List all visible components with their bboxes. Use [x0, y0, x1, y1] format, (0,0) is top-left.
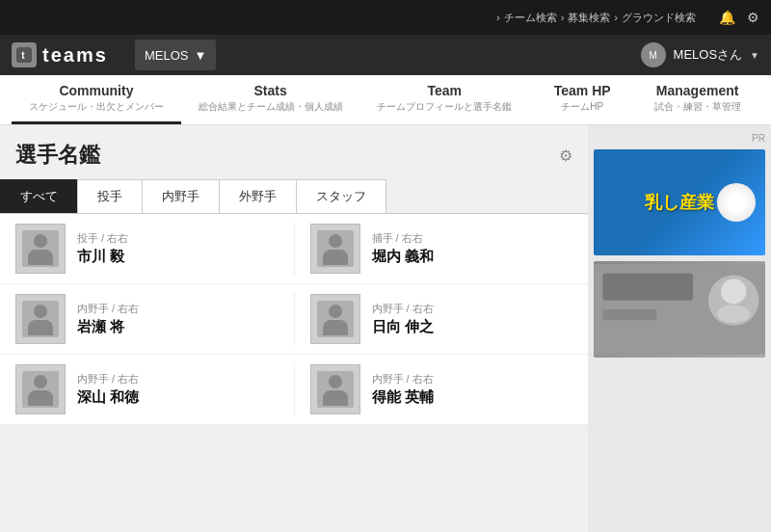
player-info: 投手 / 右右 市川 毅 [77, 231, 128, 266]
player-position: 内野手 / 右右 [372, 302, 434, 316]
player-avatar [15, 364, 66, 414]
player-item-hyuga[interactable]: 内野手 / 右右 日向 伸之 [295, 284, 589, 354]
page-title: 選手名鑑 [15, 141, 100, 170]
filter-pitcher[interactable]: 投手 [77, 179, 143, 213]
player-position: 内野手 / 右右 [77, 372, 139, 386]
tab-community-sub: スケジュール・出欠とメンバー [29, 100, 164, 114]
tab-team-hp-label: Team HP [554, 83, 611, 98]
team-search-link[interactable]: › [496, 12, 500, 23]
tab-management[interactable]: Management 試合・練習・草管理 [635, 75, 759, 124]
team-search-label[interactable]: チーム検索 [504, 11, 557, 25]
svg-text:t: t [21, 50, 26, 61]
player-item-horiuchi[interactable]: 捕手 / 右右 堀内 義和 [295, 214, 589, 283]
ad-block-2[interactable] [594, 261, 765, 358]
player-item-fukayama[interactable]: 内野手 / 右右 深山 和徳 [0, 355, 294, 424]
player-info: 内野手 / 右右 岩瀬 将 [77, 302, 139, 336]
ad-block-1[interactable]: 乳し産業 [594, 149, 765, 255]
tab-management-sub: 試合・練習・草管理 [654, 100, 741, 114]
tab-team-hp-sub: チームHP [561, 100, 603, 114]
nav-tabs: Community スケジュール・出欠とメンバー Stats 総合結果とチーム成… [0, 75, 771, 125]
header-right: M MELOSさん ▼ [641, 42, 771, 67]
user-avatar: M [641, 42, 666, 67]
top-bar: › チーム検索 › 募集検索 › グラウンド検索 🔔 ⚙ [0, 0, 771, 35]
player-row: 内野手 / 右右 深山 和徳 内野手 / 右右 得能 英輔 [0, 355, 588, 425]
recruit-search-sep: › [561, 12, 565, 23]
player-row: 投手 / 右右 市川 毅 捕手 / 右右 堀内 義和 [0, 214, 588, 284]
header: t teams MELOS ▼ M MELOSさん ▼ [0, 35, 771, 75]
team-selector-arrow: ▼ [195, 48, 207, 63]
pr-label: PR [594, 133, 765, 144]
team-selector[interactable]: MELOS ▼ [135, 40, 216, 70]
tab-community[interactable]: Community スケジュール・出欠とメンバー [12, 75, 181, 124]
user-dropdown-arrow[interactable]: ▼ [750, 50, 759, 61]
tab-team-sub: チームプロフィールと選手名鑑 [377, 100, 512, 114]
player-list: 投手 / 右右 市川 毅 捕手 / 右右 堀内 義和 [0, 214, 588, 425]
tab-stats[interactable]: Stats 総合結果とチーム成績・個人成績 [181, 75, 359, 124]
tab-community-label: Community [59, 83, 133, 98]
tab-team-label: Team [427, 83, 462, 98]
bell-icon[interactable]: 🔔 [719, 10, 735, 25]
player-row: 内野手 / 右右 岩瀬 将 内野手 / 右右 日向 伸之 [0, 284, 588, 355]
player-info: 内野手 / 右右 得能 英輔 [372, 372, 434, 407]
player-name: 岩瀬 将 [77, 318, 139, 336]
app-name: teams [42, 44, 108, 66]
filter-outfield[interactable]: 外野手 [219, 179, 297, 213]
app-logo: t teams [12, 42, 127, 67]
ad-circle [717, 183, 756, 222]
page-title-area: 選手名鑑 ⚙ [0, 141, 588, 179]
player-position: 捕手 / 右右 [372, 231, 434, 246]
svg-point-7 [717, 305, 750, 323]
svg-rect-3 [602, 274, 693, 301]
ad-text-1: 乳し産業 [645, 191, 714, 214]
player-name: 深山 和徳 [77, 388, 139, 407]
player-avatar [310, 364, 360, 414]
top-bar-icons: 🔔 ⚙ [719, 10, 759, 25]
player-avatar [310, 294, 360, 344]
svg-rect-4 [602, 309, 656, 320]
team-selector-label: MELOS [145, 48, 189, 63]
settings-icon[interactable]: ⚙ [747, 10, 759, 25]
filter-infield[interactable]: 内野手 [142, 179, 220, 213]
logo-icon: t [12, 42, 37, 67]
player-position: 内野手 / 右右 [372, 372, 434, 386]
player-avatar [310, 224, 360, 274]
player-avatar [15, 294, 66, 344]
user-name: MELOSさん [674, 46, 743, 64]
main-content: 選手名鑑 ⚙ すべて 投手 内野手 外野手 スタッフ [0, 125, 771, 532]
player-name: 市川 毅 [77, 248, 128, 266]
player-name: 日向 伸之 [372, 318, 434, 336]
player-position: 内野手 / 右右 [77, 302, 139, 316]
ground-search-label[interactable]: グラウンド検索 [622, 11, 696, 25]
svg-point-6 [721, 279, 746, 304]
player-item-tokuno[interactable]: 内野手 / 右右 得能 英輔 [295, 355, 589, 424]
tab-stats-label: Stats [253, 83, 286, 98]
player-info: 捕手 / 右右 堀内 義和 [372, 231, 434, 266]
player-name: 得能 英輔 [372, 388, 434, 407]
top-bar-links: › チーム検索 › 募集検索 › グラウンド検索 [496, 11, 696, 25]
player-name: 堀内 義和 [372, 248, 434, 266]
tab-stats-sub: 総合結果とチーム成績・個人成績 [199, 100, 343, 114]
tab-team-hp[interactable]: Team HP チームHP [529, 75, 635, 124]
filter-staff[interactable]: スタッフ [296, 179, 386, 213]
player-item-iwase[interactable]: 内野手 / 右右 岩瀬 将 [0, 284, 294, 354]
ground-search-sep: › [614, 12, 618, 23]
right-panel: PR 乳し産業 [588, 125, 771, 532]
tab-management-label: Management [656, 83, 739, 98]
player-item-ichikawa[interactable]: 投手 / 右右 市川 毅 [0, 214, 294, 283]
left-panel: 選手名鑑 ⚙ すべて 投手 内野手 外野手 スタッフ [0, 125, 588, 532]
filter-tabs: すべて 投手 内野手 外野手 スタッフ [0, 179, 588, 214]
tab-team[interactable]: Team チームプロフィールと選手名鑑 [359, 75, 529, 124]
player-info: 内野手 / 右右 深山 和徳 [77, 372, 139, 407]
player-avatar [15, 224, 66, 274]
recruit-search-label[interactable]: 募集検索 [568, 11, 610, 25]
player-position: 投手 / 右右 [77, 231, 128, 246]
player-info: 内野手 / 右右 日向 伸之 [372, 302, 434, 336]
filter-all[interactable]: すべて [0, 179, 78, 213]
page-settings-icon[interactable]: ⚙ [559, 146, 572, 165]
